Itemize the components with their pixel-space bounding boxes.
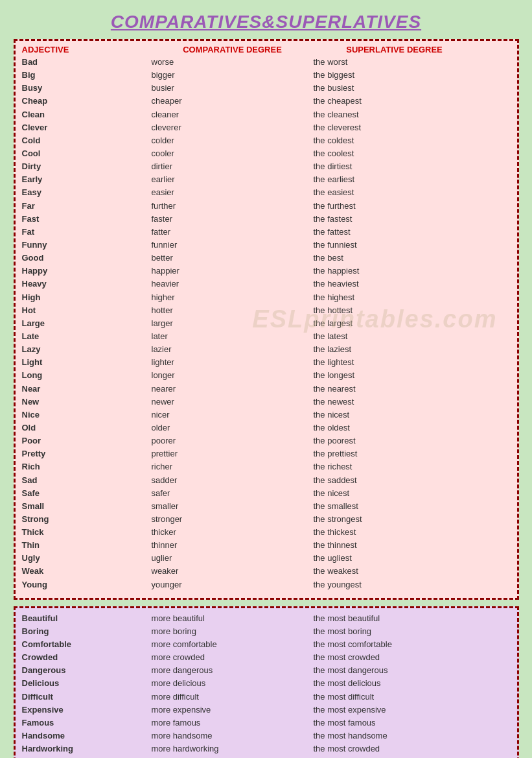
table-row: Strong stronger the strongest (22, 513, 511, 526)
table-row: Heavy heavier the heaviest (22, 278, 511, 290)
table-row: Large larger the largest (22, 317, 511, 330)
adjective-cell: Near (22, 383, 152, 396)
table-row: Clean cleaner the cleanest (22, 108, 511, 121)
superlative-cell: the youngest (314, 578, 476, 591)
comparative-cell: lazier (152, 343, 314, 356)
adjective-cell: Late (22, 330, 152, 343)
superlative-cell: the ugliest (314, 552, 476, 565)
superlative-cell: the latest (314, 330, 476, 343)
comparative-cell: hotter (152, 304, 314, 317)
adjective-cell: Fat (22, 226, 152, 239)
header-comparative: COMPARATIVE DEGREE (152, 45, 314, 54)
header-adjective: ADJECTIVE (22, 45, 152, 54)
superlative-cell: the highest (314, 291, 476, 304)
comparative-cell: more dangerous (152, 664, 314, 677)
comparative-cell: more interesting (152, 755, 314, 758)
superlative-cell: the fastest (314, 213, 476, 226)
comparative-cell: weaker (152, 565, 314, 578)
comparative-cell: nicer (152, 409, 314, 421)
adjective-cell: Early (22, 173, 152, 186)
superlative-cell: the fattest (314, 226, 476, 239)
table-row: Good better the best (22, 252, 511, 265)
superlative-cell: the smallest (314, 500, 476, 513)
adjective-cell: Dangerous (22, 664, 152, 677)
comparative-cell: younger (152, 578, 314, 591)
comparative-cell: cleaner (152, 108, 314, 121)
table-row: Thin thinner the thinnest (22, 539, 511, 552)
comparative-cell: nearer (152, 383, 314, 396)
comparative-cell: poorer (152, 434, 314, 447)
comparative-cell: cleverer (152, 121, 314, 134)
superlative-cell: the largest (314, 317, 476, 330)
table-row: Far further the furthest (22, 200, 511, 213)
table-row: Hardworking more hardworking the most cr… (22, 742, 511, 755)
adjective-cell: Cool (22, 147, 152, 160)
superlative-cell: the coolest (314, 147, 476, 160)
table-row: Long longer the longest (22, 369, 511, 382)
table-row: Lazy lazier the laziest (22, 343, 511, 356)
comparative-cell: better (152, 252, 314, 265)
adjective-cell: Strong (22, 513, 152, 526)
superlative-cell: the most famous (314, 717, 476, 729)
table-row: Pretty prettier the prettiest (22, 447, 511, 460)
table-row: Cold colder the coldest (22, 134, 511, 147)
comparative-cell: further (152, 200, 314, 213)
adjective-cell: Fast (22, 213, 152, 226)
superlative-cell: the newest (314, 396, 476, 409)
adjective-cell: Expensive (22, 704, 152, 717)
adjective-cell: Boring (22, 625, 152, 638)
comparative-cell: busier (152, 82, 314, 95)
table-row: Poor poorer the poorest (22, 434, 511, 447)
comparative-cell: sadder (152, 474, 314, 487)
table-row: Bad worse the worst (22, 56, 511, 69)
table1-rows: Bad worse the worst Big bigger the bigge… (22, 56, 511, 591)
superlative-cell: the easiest (314, 186, 476, 199)
comparative-cell: cooler (152, 147, 314, 160)
table-row: Nice nicer the nicest (22, 409, 511, 421)
comparative-cell: more famous (152, 717, 314, 729)
table-row: Funny funnier the funniest (22, 239, 511, 252)
table-row: Beautiful more beautiful the most beauti… (22, 612, 511, 625)
superlative-cell: the saddest (314, 474, 476, 487)
table-row: Hot hotter the hottest (22, 304, 511, 317)
superlative-cell: the furthest (314, 200, 476, 213)
comparative-cell: larger (152, 317, 314, 330)
adjective-cell: Small (22, 500, 152, 513)
superlative-cell: the heaviest (314, 278, 476, 290)
comparative-cell: stronger (152, 513, 314, 526)
adjective-cell: Clever (22, 121, 152, 134)
table-row: Rich richer the richest (22, 460, 511, 473)
adjective-cell: Funny (22, 239, 152, 252)
comparative-cell: cheaper (152, 95, 314, 108)
superlative-cell: the most interesting (314, 755, 476, 758)
table-row: Young younger the youngest (22, 578, 511, 591)
table-row: Crowded more crowded the most crowded (22, 651, 511, 664)
comparative-cell: prettier (152, 447, 314, 460)
comparative-cell: colder (152, 134, 314, 147)
comparative-cell: heavier (152, 278, 314, 290)
table-row: Comfortable more comfortable the most co… (22, 638, 511, 651)
table-row: Interesting more interesting the most in… (22, 755, 511, 758)
table-row: Boring more boring the most boring (22, 625, 511, 638)
page-title: COMPARATIVES&SUPERLATIVES (111, 12, 421, 32)
superlative-cell: the nearest (314, 383, 476, 396)
adjective-cell: Big (22, 69, 152, 82)
table-row: Dirty dirtier the dirtiest (22, 160, 511, 173)
table-row: Safe safer the nicest (22, 487, 511, 500)
superlative-cell: the coldest (314, 134, 476, 147)
table-row: Fat fatter the fattest (22, 226, 511, 239)
comparative-cell: safer (152, 487, 314, 500)
superlative-cell: the lightest (314, 356, 476, 369)
adjective-cell: Safe (22, 487, 152, 500)
superlative-cell: the most beautiful (314, 612, 476, 625)
comparative-cell: funnier (152, 239, 314, 252)
comparative-cell: faster (152, 213, 314, 226)
adjective-cell: Hardworking (22, 742, 152, 755)
comparative-cell: older (152, 421, 314, 434)
superlative-cell: the most boring (314, 625, 476, 638)
comparative-cell: more crowded (152, 651, 314, 664)
table-row: Difficult more difficult the most diffic… (22, 691, 511, 704)
superlative-cell: the biggest (314, 69, 476, 82)
comparative-cell: fatter (152, 226, 314, 239)
comparative-cell: smaller (152, 500, 314, 513)
